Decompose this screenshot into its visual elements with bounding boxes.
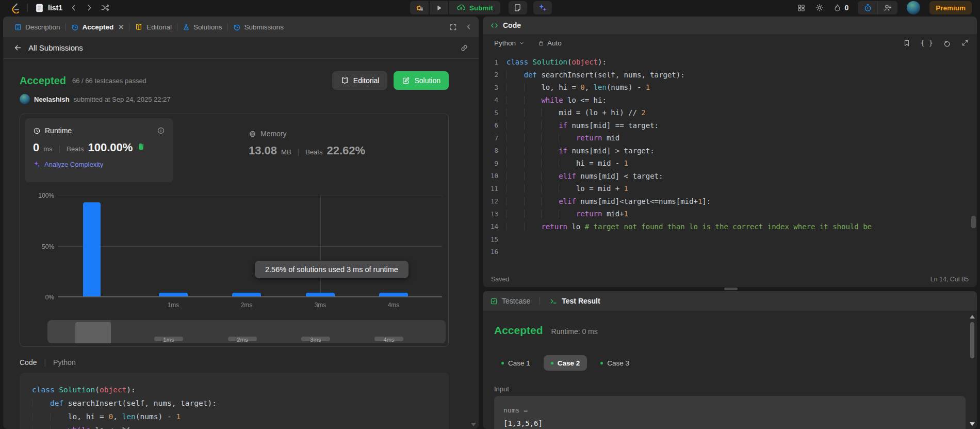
editor-line-3[interactable]: 3 lo, hi = 0, len(nums) - 1 [483, 81, 977, 94]
debug-button[interactable] [410, 1, 429, 14]
bookmark-icon[interactable] [903, 39, 910, 47]
submit-button[interactable]: Submit [449, 1, 500, 14]
case-tab-2[interactable]: Case 2 [544, 355, 587, 371]
code-editor-area[interactable]: 1class Solution(object):2 def searchInse… [483, 52, 977, 269]
chart-bar-3ms[interactable] [306, 293, 335, 296]
run-button[interactable] [430, 1, 448, 14]
playlist-button[interactable]: list1 [35, 3, 62, 13]
panel-resize-handle[interactable] [724, 288, 738, 290]
streak-indicator[interactable]: 0 [834, 4, 848, 12]
case-tabs: Case 1Case 2Case 3 [494, 355, 966, 371]
nav-divider [27, 4, 28, 12]
submitted-by-row: Neelashish submitted at Sep 24, 2025 22:… [20, 94, 449, 104]
case-tab-3[interactable]: Case 3 [593, 355, 636, 371]
info-icon[interactable] [157, 126, 165, 135]
case-tab-1[interactable]: Case 1 [494, 355, 537, 371]
shuffle-button[interactable] [101, 3, 110, 12]
editor-line-7[interactable]: 7 return mid [483, 132, 977, 145]
collaborate-button[interactable] [878, 1, 897, 14]
reset-code-icon[interactable] [943, 39, 951, 47]
xtick-3ms: 3ms [305, 301, 336, 309]
solution-button[interactable]: Solution [394, 71, 449, 90]
all-submissions-row: All Submissions [3, 37, 479, 59]
maximize-editor-icon[interactable] [961, 39, 969, 46]
chart-brush-minimap[interactable]: 1ms2ms3ms4ms [47, 320, 446, 343]
premium-button[interactable]: Premium [929, 1, 972, 14]
tab-testcase[interactable]: Testcase [490, 297, 530, 305]
testcase-scrollbar-thumb[interactable] [970, 322, 974, 358]
brush-label-4ms: 4ms [373, 337, 404, 343]
testcase-panel: Testcase Test Result Accepted Runtime: 0… [483, 291, 977, 429]
leetcode-logo[interactable] [9, 3, 20, 13]
timer-button[interactable] [858, 1, 877, 14]
next-question-button[interactable] [85, 4, 93, 12]
editor-line-5[interactable]: 5 mid = (lo + hi) // 2 [483, 106, 977, 119]
editor-line-13[interactable]: 13 return mid+1 [483, 208, 977, 220]
editor-header: Code [483, 17, 977, 34]
editor-line-8[interactable]: 8 if nums[mid] > target: [483, 145, 977, 157]
tab-label: Submissions [244, 23, 284, 31]
top-nav: list1 [0, 0, 980, 15]
scroll-up-arrow[interactable] [970, 315, 975, 319]
tab-accepted[interactable]: Accepted ✕ [66, 17, 129, 37]
analyze-complexity-link[interactable]: Analyze Complexity [33, 161, 165, 168]
line-number: 11 [483, 185, 507, 193]
collapse-panel-icon[interactable] [465, 23, 472, 30]
chart-bar-0ms[interactable] [83, 202, 101, 296]
chevron-down-icon [519, 40, 525, 46]
language-selector[interactable]: Python [491, 38, 528, 49]
code-preview-title: Code [20, 358, 37, 367]
editor-line-14[interactable]: 14 return lo # target not found than lo … [483, 220, 977, 233]
submissions-icon [233, 23, 241, 31]
editor-line-10[interactable]: 10 elif nums[mid] < target: [483, 170, 977, 183]
case-label: Case 1 [508, 359, 530, 367]
editor-line-4[interactable]: 4 while lo <= hi: [483, 94, 977, 107]
runtime-distribution-chart[interactable] [58, 196, 442, 297]
editor-line-11[interactable]: 11 lo = mid + 1 [483, 182, 977, 195]
cursor-position: Ln 14, Col 85 [930, 276, 969, 283]
submitter-avatar[interactable] [20, 94, 30, 104]
runtime-stat-card[interactable]: Runtime 0 ms | Beats 100.00% [25, 118, 173, 182]
tab-description[interactable]: Description [9, 17, 66, 37]
tab-label: Editorial [146, 23, 172, 31]
app-root: list1 [0, 0, 980, 429]
code-preview-block[interactable]: class Solution(object): def searchInsert… [20, 373, 449, 429]
all-submissions-link[interactable]: All Submissions [28, 43, 83, 52]
autocomplete-toggle[interactable]: Auto [538, 39, 562, 47]
user-avatar[interactable] [907, 1, 920, 14]
editorial-icon [135, 23, 143, 31]
layout-grid-icon[interactable] [797, 4, 806, 12]
format-braces-icon[interactable]: { } [921, 39, 933, 47]
memory-stat-block[interactable]: Memory 13.08 MB | Beats 22.62% [249, 130, 365, 157]
tab-solutions[interactable]: Solutions [177, 17, 227, 37]
editor-line-1[interactable]: 1class Solution(object): [483, 56, 977, 69]
editor-line-12[interactable]: 12 elif nums[mid]<target<=nums[mid+1]: [483, 195, 977, 208]
back-arrow-icon[interactable] [13, 43, 22, 52]
notes-button[interactable] [509, 1, 527, 14]
ai-assistant-button[interactable] [533, 1, 552, 14]
line-number: 16 [483, 248, 507, 256]
scroll-down-arrow[interactable] [471, 423, 476, 426]
editor-line-15[interactable]: 15 [483, 233, 977, 246]
tab-submissions[interactable]: Submissions [228, 17, 289, 37]
editor-line-16[interactable]: 16 [483, 246, 977, 259]
submitter-name[interactable]: Neelashish [34, 96, 70, 103]
editor-scrollbar-thumb[interactable] [971, 216, 976, 228]
testcase-scrollbar[interactable] [969, 314, 976, 427]
input-value-box[interactable]: nums = [1,3,5,6] [494, 396, 966, 429]
editor-line-6[interactable]: 6 if nums[mid] == target: [483, 119, 977, 132]
copy-link-icon[interactable] [460, 44, 468, 52]
settings-gear-icon[interactable] [815, 3, 824, 12]
chart-bar-2ms[interactable] [232, 293, 261, 296]
close-tab-icon[interactable]: ✕ [118, 23, 124, 31]
prev-question-button[interactable] [70, 4, 78, 12]
scroll-down-arrow[interactable] [970, 422, 975, 426]
editor-line-9[interactable]: 9 hi = mid - 1 [483, 157, 977, 170]
chart-bar-4ms[interactable] [379, 293, 408, 296]
tab-editorial[interactable]: Editorial [129, 17, 177, 37]
tab-test-result[interactable]: Test Result [549, 297, 600, 305]
editorial-button[interactable]: Editorial [332, 71, 388, 90]
fullscreen-icon[interactable] [449, 23, 457, 31]
chart-bar-1ms[interactable] [159, 293, 188, 296]
editor-line-2[interactable]: 2 def searchInsert(self, nums, target): [483, 69, 977, 82]
